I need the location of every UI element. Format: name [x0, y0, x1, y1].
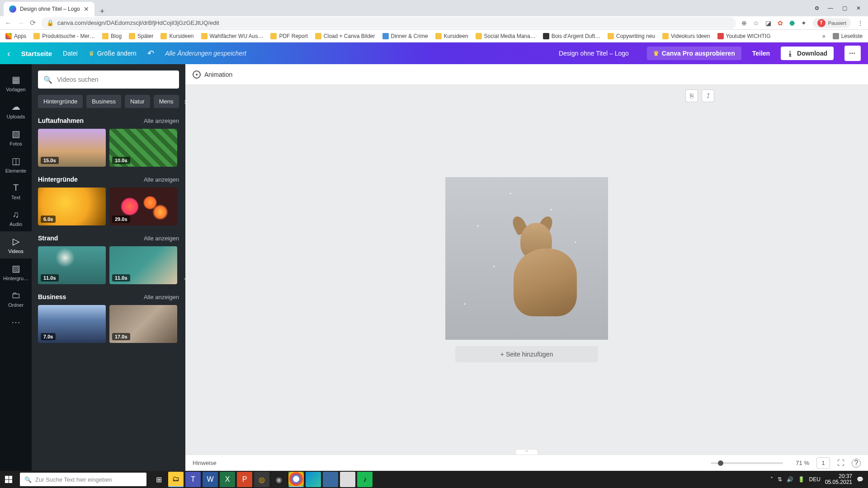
video-thumb[interactable]: 15.0s — [38, 129, 106, 167]
back-icon[interactable]: ← — [5, 19, 12, 27]
rail-background[interactable]: ▨Hintergru… — [0, 258, 32, 286]
new-tab-button[interactable]: + — [94, 7, 110, 16]
canvas-page[interactable] — [445, 177, 608, 340]
see-all-link[interactable]: Alle anzeigen — [144, 176, 179, 183]
zoom-slider[interactable] — [711, 462, 783, 464]
spotify-icon[interactable]: ♪ — [357, 472, 373, 487]
rail-templates[interactable]: ▦Vorlagen — [0, 70, 32, 97]
taskbar-search[interactable]: 🔍Zur Suche Text hier eingeben — [20, 473, 146, 486]
video-search-input[interactable] — [57, 76, 174, 83]
explorer-icon[interactable]: 🗂 — [168, 472, 184, 487]
obs-icon[interactable]: ◉ — [271, 472, 287, 487]
teams-icon[interactable]: T — [185, 472, 201, 487]
wifi-icon[interactable]: ⇅ — [778, 476, 782, 483]
extension-icon[interactable]: ◪ — [765, 19, 771, 27]
zoom-handle[interactable] — [718, 460, 723, 466]
edge-icon[interactable] — [306, 472, 321, 487]
rail-videos[interactable]: ▷Videos — [0, 231, 32, 258]
profile-badge[interactable]: T Pausiert — [813, 18, 851, 28]
help-icon[interactable]: ? — [852, 459, 861, 468]
chrome-icon[interactable] — [288, 472, 304, 487]
zoom-icon[interactable]: ⊕ — [741, 19, 747, 27]
app-icon-3[interactable] — [340, 472, 355, 487]
start-button[interactable] — [0, 471, 17, 488]
hints-label[interactable]: Hinweise — [193, 460, 217, 466]
expand-timeline-icon[interactable]: ⌃ — [515, 449, 538, 455]
address-bar[interactable]: 🔒 canva.com/design/DAEdomzscjl/drBfjHdCo… — [41, 17, 736, 29]
video-thumb[interactable]: 11.0s — [38, 246, 106, 284]
window-close-icon[interactable]: ✕ — [856, 5, 861, 11]
bookmark-item[interactable]: Social Media Mana… — [476, 33, 536, 39]
rail-audio[interactable]: ♫Audio — [0, 205, 32, 231]
bookmark-item[interactable]: Wahlfächer WU Aus… — [201, 33, 264, 39]
resize-button[interactable]: ♛Größe ändern — [89, 50, 137, 57]
bookmark-item[interactable]: Cload + Canva Bilder — [315, 33, 375, 39]
bookmark-apps[interactable]: Apps — [5, 33, 26, 39]
bookmarks-overflow-icon[interactable]: » — [822, 33, 826, 39]
rail-more[interactable]: ⋯ — [0, 312, 32, 332]
see-all-link[interactable]: Alle anzeigen — [144, 294, 179, 300]
chip-hintergruende[interactable]: Hintergründe — [38, 95, 83, 108]
more-menu-button[interactable]: ⋯ — [844, 46, 861, 61]
video-thumb[interactable]: 17.0s — [109, 305, 177, 343]
clock[interactable]: 20:37 05.05.2021 — [825, 474, 852, 485]
chip-natur[interactable]: Natur — [125, 95, 150, 108]
fullscreen-icon[interactable]: ⛶ — [837, 459, 844, 467]
page-indicator[interactable]: 1 — [816, 457, 830, 469]
share-button[interactable]: Teilen — [752, 50, 770, 57]
home-back-icon[interactable]: ‹ — [7, 48, 10, 59]
chip-business[interactable]: Business — [86, 95, 121, 108]
bookmark-item[interactable]: Produktsuche - Mer… — [33, 33, 95, 39]
browser-tab[interactable]: Design ohne Titel – Logo ✕ — [4, 2, 94, 16]
bookmark-item[interactable]: Später — [129, 33, 153, 39]
task-view-icon[interactable]: ⊞ — [151, 472, 166, 487]
chip-mens[interactable]: Mens — [154, 95, 179, 108]
animation-button[interactable]: Animation — [193, 70, 232, 79]
see-all-link[interactable]: Alle anzeigen — [144, 117, 179, 124]
bookmark-item[interactable]: Kursideen — [160, 33, 193, 39]
bookmark-item[interactable]: Youtube WICHTIG — [717, 33, 771, 39]
kebab-menu-icon[interactable]: ⋮ — [857, 19, 863, 27]
collapse-panel-icon[interactable]: ◀ — [181, 267, 185, 289]
language-indicator[interactable]: DEU — [809, 476, 821, 483]
see-all-link[interactable]: Alle anzeigen — [144, 235, 179, 242]
star-icon[interactable]: ☆ — [753, 19, 759, 27]
rail-uploads[interactable]: ☁Uploads — [0, 97, 32, 124]
bookmark-item[interactable]: Copywriting neu — [608, 33, 655, 39]
video-thumb[interactable]: 29.0s — [109, 188, 177, 225]
powerpoint-icon[interactable]: P — [237, 472, 252, 487]
bookmark-item[interactable]: Blog — [102, 33, 122, 39]
extensions-menu-icon[interactable]: ✦ — [801, 19, 807, 27]
bookmark-item[interactable]: Videokurs Ideen — [662, 33, 710, 39]
forward-icon[interactable]: → — [17, 19, 24, 27]
account-dot-icon[interactable] — [815, 6, 819, 10]
minimize-icon[interactable]: — — [828, 5, 833, 11]
app-icon-2[interactable] — [323, 472, 338, 487]
word-icon[interactable]: W — [203, 472, 218, 487]
battery-icon[interactable]: 🔋 — [798, 476, 805, 483]
extension-icon-2[interactable]: ✿ — [778, 19, 783, 27]
bookmark-item[interactable]: Bois d'Argent Duft… — [543, 33, 600, 39]
bookmark-reading-list[interactable]: Leseliste — [833, 33, 863, 39]
rail-text[interactable]: TText — [0, 178, 32, 205]
rail-elements[interactable]: ◫Elemente — [0, 151, 32, 178]
file-menu[interactable]: Datei — [63, 50, 78, 57]
bookmark-item[interactable]: PDF Report — [270, 33, 307, 39]
bookmark-item[interactable]: Dinner & Crime — [382, 33, 428, 39]
video-thumb[interactable]: 6.0s — [38, 188, 106, 225]
rail-folder[interactable]: 🗀Ordner — [0, 286, 32, 312]
share-page-icon[interactable]: ⤴ — [702, 89, 714, 102]
download-button[interactable]: ⭳Download — [781, 47, 834, 60]
add-page-button[interactable]: + Seite hinzufügen — [455, 346, 598, 362]
sound-icon[interactable]: 🔊 — [787, 476, 793, 483]
home-button[interactable]: Startseite — [21, 50, 52, 57]
duplicate-page-icon[interactable]: ⎘ — [685, 89, 698, 102]
try-pro-button[interactable]: ♛Canva Pro ausprobieren — [647, 47, 741, 60]
maximize-icon[interactable]: ▢ — [842, 5, 847, 11]
reload-icon[interactable]: ⟳ — [30, 19, 36, 27]
tray-chevron-icon[interactable]: ˄ — [770, 476, 773, 483]
video-thumb[interactable]: 11.0s — [109, 246, 177, 284]
notifications-icon[interactable]: 💬 — [857, 476, 863, 483]
excel-icon[interactable]: X — [220, 472, 235, 487]
video-thumb[interactable]: 10.0s — [109, 129, 177, 167]
